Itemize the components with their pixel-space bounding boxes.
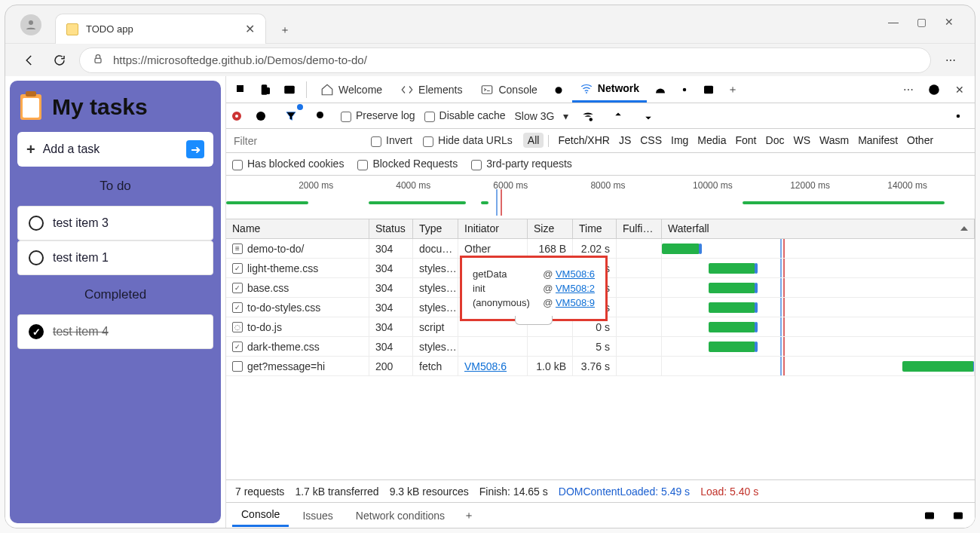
drawer-expand-icon[interactable] [948, 505, 969, 526]
task-checkbox[interactable] [29, 250, 44, 265]
stack-link[interactable]: VM508:6 [556, 268, 595, 280]
task-checkbox[interactable] [29, 216, 44, 231]
minimize-button[interactable]: — [888, 16, 899, 28]
performance-icon[interactable] [650, 79, 671, 100]
filter-type-js[interactable]: JS [614, 133, 635, 148]
table-row-name[interactable]: get?message=hi [226, 357, 369, 376]
third-party-checkbox[interactable]: 3rd-party requests [471, 158, 572, 170]
browser-menu-button[interactable]: ⋯ [940, 54, 961, 66]
wifi-settings-icon[interactable] [577, 106, 599, 127]
column-header[interactable]: Initiator [458, 219, 528, 239]
stack-link[interactable]: VM508:2 [556, 283, 595, 294]
drawer-tab-network-conditions[interactable]: Network conditions [347, 505, 454, 526]
filter-type-media[interactable]: Media [693, 133, 730, 148]
table-row-name[interactable]: dark-theme.css [226, 337, 369, 357]
help-button[interactable] [923, 79, 945, 100]
filter-type-wasm[interactable]: Wasm [815, 133, 853, 148]
filter-input[interactable] [232, 134, 360, 148]
drawer-tab-console[interactable]: Console [232, 504, 289, 527]
cell-status: 200 [369, 357, 413, 376]
throttling-select[interactable]: Slow 3G ▾ [515, 110, 569, 122]
column-header[interactable]: Size [528, 219, 573, 239]
cell-time: 5 s [573, 337, 617, 357]
submit-task-button[interactable]: ➜ [186, 140, 204, 158]
filter-type-other[interactable]: Other [902, 133, 938, 148]
cell-type: fetch [413, 357, 458, 376]
task-item-done[interactable]: test item 4 [17, 314, 213, 349]
invert-checkbox[interactable]: Invert [371, 134, 412, 146]
settings-gear-icon[interactable] [674, 79, 695, 100]
add-task-input[interactable]: + Add a task ➜ [17, 132, 213, 167]
cell-initiator[interactable]: VM508:6 [458, 357, 528, 376]
filter-toggle-button[interactable] [280, 106, 302, 127]
table-row-name[interactable]: demo-to-do/ [226, 239, 369, 259]
filter-type-manifest[interactable]: Manifest [853, 133, 902, 148]
record-button[interactable] [232, 112, 241, 121]
tab-network[interactable]: Network [572, 76, 647, 103]
browser-tab[interactable]: TODO app ✕ [55, 14, 266, 44]
table-row-name[interactable]: base.css [226, 278, 369, 298]
drawer-add-button[interactable]: ＋ [458, 505, 479, 526]
column-header[interactable]: Name [226, 219, 369, 239]
column-header[interactable]: Fulfill… [617, 219, 662, 239]
drawer-dock-icon[interactable] [919, 505, 940, 526]
drawer-tab-issues[interactable]: Issues [293, 505, 341, 526]
initiator-link[interactable]: VM508:6 [464, 360, 507, 372]
column-header[interactable]: Status [369, 219, 413, 239]
waterfall-bar [662, 244, 700, 254]
stack-link[interactable]: VM508:9 [556, 297, 595, 308]
inspect-element-button[interactable] [231, 79, 252, 100]
blocked-cookies-checkbox[interactable]: Has blocked cookies [232, 158, 344, 170]
dock-side-button[interactable] [279, 79, 300, 100]
back-button[interactable] [19, 50, 40, 71]
close-window-button[interactable]: ✕ [945, 16, 954, 28]
filter-type-ws[interactable]: WS [789, 133, 815, 148]
preserve-log-checkbox[interactable]: Preserve log [341, 109, 415, 121]
timeline-overview[interactable]: 2000 ms4000 ms6000 ms8000 ms10000 ms1200… [226, 176, 975, 219]
devtools-close-button[interactable]: ✕ [949, 79, 970, 100]
filter-type-img[interactable]: Img [666, 133, 693, 148]
filter-type-doc[interactable]: Doc [761, 133, 789, 148]
upload-har-icon[interactable] [608, 106, 629, 127]
device-toggle-button[interactable] [255, 79, 276, 100]
filter-type-font[interactable]: Font [731, 133, 761, 148]
disable-cache-checkbox[interactable]: Disable cache [424, 109, 506, 121]
application-icon[interactable] [698, 79, 719, 100]
timeline-activity-bar [369, 201, 466, 204]
filter-type-fetchxhr[interactable]: Fetch/XHR [553, 133, 614, 148]
task-checkbox-done[interactable] [29, 324, 44, 339]
close-tab-icon[interactable]: ✕ [245, 22, 255, 36]
refresh-button[interactable] [49, 50, 70, 71]
blocked-requests-checkbox[interactable]: Blocked Requests [357, 158, 458, 170]
column-header[interactable]: Waterfall [662, 219, 975, 239]
download-har-icon[interactable] [638, 106, 659, 127]
summary-requests: 7 requests [235, 486, 284, 498]
network-settings-icon[interactable] [948, 106, 969, 127]
cell-fulfilled [617, 298, 662, 317]
clear-button[interactable] [250, 106, 271, 127]
cell-type: styles… [413, 278, 458, 298]
bug-icon[interactable] [548, 79, 569, 100]
table-row-name[interactable]: to-do-styles.css [226, 298, 369, 317]
hide-data-urls-checkbox[interactable]: Hide data URLs [423, 134, 513, 146]
devtools-more-button[interactable]: ⋯ [898, 79, 919, 100]
filter-type-all[interactable]: All [523, 133, 544, 148]
tab-console[interactable]: Console [473, 76, 544, 103]
popup-handle-icon [515, 316, 553, 325]
filter-type-css[interactable]: CSS [635, 133, 666, 148]
svg-rect-4 [265, 87, 270, 94]
address-bar[interactable]: https://microsoftedge.github.io/Demos/de… [79, 47, 931, 73]
task-item[interactable]: test item 1 [17, 240, 213, 275]
new-tab-button[interactable]: ＋ [272, 17, 298, 43]
tab-welcome[interactable]: Welcome [313, 76, 390, 103]
column-header[interactable]: Type [413, 219, 458, 239]
table-row-name[interactable]: light-theme.css [226, 259, 369, 278]
add-panel-button[interactable]: ＋ [722, 79, 743, 100]
tab-elements[interactable]: Elements [393, 76, 470, 103]
task-item[interactable]: test item 3 [17, 206, 213, 240]
search-button[interactable] [311, 106, 332, 127]
profile-avatar[interactable] [20, 14, 41, 35]
column-header[interactable]: Time [573, 219, 617, 239]
maximize-button[interactable]: ▢ [917, 16, 926, 28]
table-row-name[interactable]: to-do.js [226, 317, 369, 337]
